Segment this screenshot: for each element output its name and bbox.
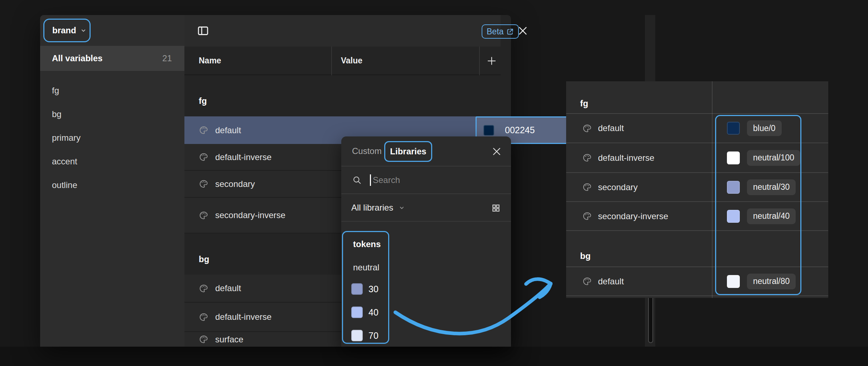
library-title: tokens (353, 239, 381, 249)
token-option-70[interactable]: 70 (343, 330, 388, 341)
search-placeholder: Search (373, 175, 400, 185)
all-variables-label: All variables (52, 53, 162, 63)
token-group-label: neutral (353, 263, 379, 273)
search-icon (352, 175, 362, 185)
all-variables-count: 21 (162, 53, 172, 63)
color-swatch (351, 330, 363, 341)
palette-icon (582, 211, 592, 221)
result-row-default[interactable]: default blue/0 (566, 114, 828, 143)
picker-close-icon[interactable] (490, 144, 504, 159)
variable-pill[interactable]: neutral/80 (747, 274, 796, 289)
palette-icon (199, 312, 208, 322)
sidebar-item-bg[interactable]: bg (40, 102, 184, 126)
color-swatch (351, 307, 363, 318)
tab-libraries[interactable]: Libraries (384, 141, 432, 162)
palette-icon (582, 182, 592, 192)
collection-dropdown[interactable]: brand (43, 19, 91, 42)
chevron-down-icon (398, 204, 405, 211)
palette-icon (199, 125, 208, 135)
table-header: Name Value (184, 47, 501, 75)
color-swatch (727, 275, 740, 288)
panel-left-icon[interactable] (195, 21, 211, 40)
token-option-30[interactable]: 30 (343, 283, 388, 295)
column-header-value: Value (341, 47, 362, 74)
palette-icon (582, 153, 592, 163)
sidebar-item-all-variables[interactable]: All variables 21 (40, 46, 184, 71)
palette-icon (199, 152, 208, 162)
variable-pill[interactable]: blue/0 (747, 120, 782, 136)
search-input[interactable]: Search (341, 167, 511, 194)
result-panel: fg default blue/0 default-inverse neutra… (566, 81, 828, 298)
sidebar-item-primary[interactable]: primary (40, 126, 184, 150)
color-swatch (727, 181, 740, 194)
tab-custom[interactable]: Custom (352, 136, 382, 166)
canvas: brand All variables 21 fg bg primary acc… (0, 0, 868, 366)
result-section-fg: fg (566, 81, 828, 114)
collection-dropdown-label: brand (52, 25, 76, 35)
tokens-library-group: tokens neutral 30 40 70 (342, 231, 389, 344)
result-row-secondary[interactable]: secondary neutral/30 (566, 173, 828, 202)
token-option-40[interactable]: 40 (343, 307, 388, 318)
result-row-bg-default[interactable]: default neutral/80 (566, 267, 828, 296)
section-header-fg: fg (184, 75, 501, 116)
color-swatch (351, 283, 363, 295)
panel-topbar: Beta (184, 15, 501, 47)
sidebar-item-outline[interactable]: outline (40, 173, 184, 197)
variable-picker-popup: Custom Libraries Search All libraries to… (341, 136, 511, 347)
color-swatch (727, 151, 740, 164)
column-header-name: Name (199, 47, 221, 74)
result-row-default-inverse[interactable]: default-inverse neutral/100 (566, 143, 828, 173)
library-filter-dropdown[interactable]: All libraries (341, 194, 511, 222)
palette-icon (199, 334, 208, 344)
sidebar-item-fg[interactable]: fg (40, 79, 184, 102)
value-text: 002245 (505, 125, 535, 135)
color-swatch (727, 210, 740, 223)
variable-pill[interactable]: neutral/100 (747, 150, 800, 166)
color-swatch (727, 122, 740, 135)
palette-icon (199, 211, 208, 220)
variable-pill[interactable]: neutral/30 (747, 179, 796, 195)
external-link-icon (506, 28, 514, 35)
canvas-bottom-strip (0, 347, 868, 366)
palette-icon (582, 276, 592, 286)
result-row-secondary-inverse[interactable]: secondary-inverse neutral/40 (566, 202, 828, 231)
sidebar: brand All variables 21 fg bg primary acc… (40, 15, 184, 347)
beta-badge[interactable]: Beta (482, 24, 519, 39)
sidebar-item-accent[interactable]: accent (40, 150, 184, 173)
chevron-down-icon (80, 27, 87, 34)
beta-label: Beta (487, 27, 503, 37)
plus-icon[interactable] (484, 54, 499, 68)
palette-icon (582, 124, 592, 133)
palette-icon (199, 284, 208, 293)
grid-view-icon[interactable] (491, 203, 501, 213)
palette-icon (199, 179, 208, 189)
text-cursor (370, 174, 371, 186)
color-swatch[interactable] (483, 125, 494, 136)
close-icon[interactable] (516, 24, 530, 38)
variable-pill[interactable]: neutral/40 (747, 208, 796, 224)
picker-header: Custom Libraries (341, 136, 511, 167)
result-section-bg: bg (566, 231, 828, 267)
